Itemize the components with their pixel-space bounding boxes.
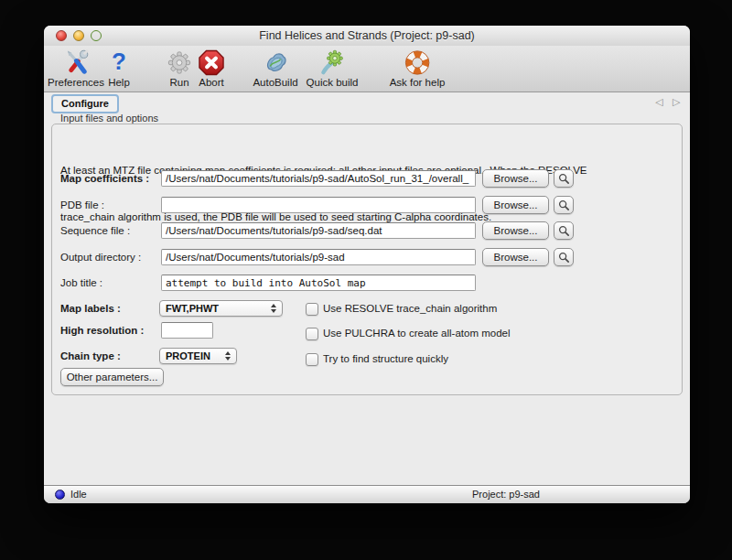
output-directory-browse-button[interactable]: Browse... <box>482 248 549 266</box>
field-label-output-directory: Output directory : <box>60 252 141 263</box>
pulchra-checkbox[interactable] <box>306 328 318 340</box>
molecule-icon <box>253 48 297 76</box>
map-labels-dropdown[interactable]: FWT,PHWT <box>159 300 283 317</box>
output-directory-search-button[interactable] <box>554 248 574 266</box>
statusbar: Idle Project: p9-sad <box>44 485 690 503</box>
field-label-pdb-file: PDB file : <box>60 199 104 210</box>
pdb-file-input[interactable] <box>161 197 476 213</box>
toolbar-button-quick-build[interactable]: Quick build <box>307 48 359 88</box>
toolbar-label-help: Help <box>108 77 130 88</box>
find-quickly-label: Try to find structure quickly <box>323 353 448 364</box>
output-directory-input[interactable] <box>161 249 476 265</box>
find-quickly-checkbox[interactable] <box>306 353 318 366</box>
field-label-sequence-file: Sequence file : <box>60 225 130 236</box>
gear-molecule-icon <box>307 48 359 76</box>
resolve-trace-chain-checkbox[interactable] <box>306 303 318 316</box>
job-title-input[interactable] <box>161 275 476 291</box>
pulchra-label: Use PULCHRA to create all-atom model <box>323 328 511 339</box>
groupbox-title: Input files and options <box>60 113 158 124</box>
map-coefficients-search-button[interactable] <box>554 169 574 188</box>
tools-icon <box>48 48 104 76</box>
toolbar-label-autobuild: AutoBuild <box>253 77 297 88</box>
stepper-arrows-icon <box>264 304 276 313</box>
toolbar-button-ask-for-help[interactable]: Ask for help <box>390 48 446 88</box>
field-label-chain-type: Chain type : <box>60 350 121 361</box>
field-label-map-coefficients: Map coefficients : <box>60 173 149 184</box>
toolbar-label-ask-for-help: Ask for help <box>390 77 446 88</box>
app-window: Find Helices and Strands (Project: p9-sa… <box>44 26 690 503</box>
tab-nav-left-icon[interactable]: ◁ <box>655 96 662 107</box>
status-text: Idle <box>70 489 87 500</box>
titlebar[interactable]: Find Helices and Strands (Project: p9-sa… <box>44 26 690 47</box>
status-indicator-icon <box>55 490 65 500</box>
gear-icon <box>167 48 193 76</box>
chain-type-value: PROTEIN <box>166 350 210 361</box>
toolbar-label-quick-build: Quick build <box>307 77 359 88</box>
sequence-file-input[interactable] <box>161 222 476 239</box>
stop-icon <box>199 48 225 76</box>
magnifier-icon <box>558 252 570 264</box>
stepper-arrows-icon <box>218 351 231 361</box>
chain-type-dropdown[interactable]: PROTEIN <box>159 348 237 364</box>
field-label-high-resolution: High resolution : <box>60 325 144 336</box>
sequence-file-browse-button[interactable]: Browse... <box>482 221 549 240</box>
sequence-file-search-button[interactable] <box>554 221 574 240</box>
magnifier-icon <box>558 199 570 211</box>
toolbar-button-run[interactable]: Run <box>167 48 193 88</box>
map-coefficients-input[interactable] <box>161 170 476 187</box>
other-parameters-button[interactable]: Other parameters... <box>60 368 164 386</box>
project-label: Project: p9-sad <box>472 489 540 500</box>
toolbar-button-preferences[interactable]: Preferences <box>48 48 104 88</box>
resolve-trace-chain-label: Use RESOLVE trace_chain algorithm <box>323 303 497 314</box>
window-title: Find Helices and Strands (Project: p9-sa… <box>44 29 690 42</box>
tab-nav-right-icon[interactable]: ▷ <box>673 96 680 107</box>
toolbar-button-abort[interactable]: Abort <box>199 48 225 88</box>
pdb-file-search-button[interactable] <box>554 196 574 214</box>
magnifier-icon <box>558 173 570 185</box>
map-labels-value: FWT,PHWT <box>166 303 219 314</box>
map-coefficients-browse-button[interactable]: Browse... <box>482 169 549 188</box>
tab-configure[interactable]: Configure <box>51 94 119 113</box>
question-icon: ? <box>108 48 130 76</box>
toolbar-label-abort: Abort <box>199 77 225 88</box>
magnifier-icon <box>558 225 570 237</box>
toolbar-button-help[interactable]: ? Help <box>108 48 130 88</box>
toolbar-label-run: Run <box>167 77 193 88</box>
toolbar: Preferences ? Help Run <box>44 46 690 92</box>
high-resolution-input[interactable] <box>161 322 213 339</box>
field-label-job-title: Job title : <box>60 277 102 288</box>
toolbar-label-preferences: Preferences <box>48 77 104 88</box>
pdb-file-browse-button[interactable]: Browse... <box>482 196 549 214</box>
lifebuoy-icon <box>390 48 446 76</box>
field-label-map-labels: Map labels : <box>60 303 121 314</box>
toolbar-button-autobuild[interactable]: AutoBuild <box>253 48 297 88</box>
